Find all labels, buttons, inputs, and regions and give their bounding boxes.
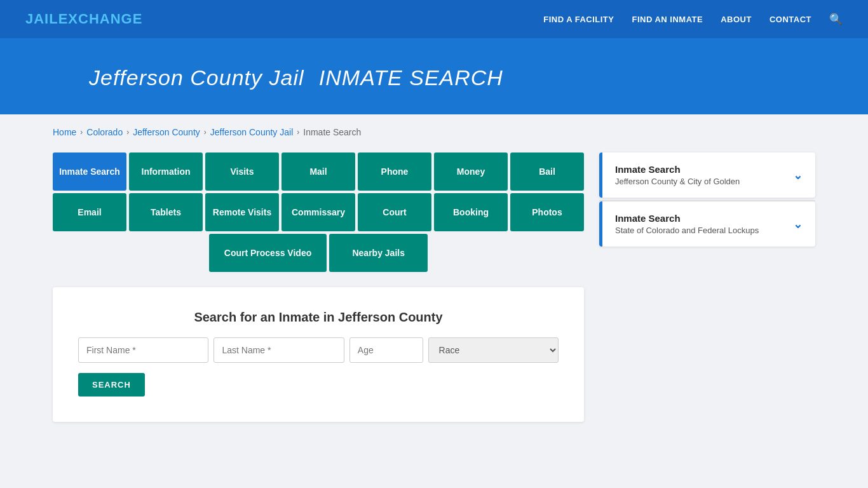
chevron-down-icon-2: ⌄ bbox=[793, 217, 803, 231]
age-input[interactable] bbox=[349, 337, 423, 363]
search-card: Search for an Inmate in Jefferson County… bbox=[53, 287, 584, 422]
nav-btn-information[interactable]: Information bbox=[129, 152, 203, 191]
search-button[interactable]: SEARCH bbox=[78, 373, 145, 396]
nav-btn-booking[interactable]: Booking bbox=[434, 193, 508, 231]
hero-banner: Jefferson County Jail INMATE SEARCH bbox=[0, 38, 868, 114]
search-icon[interactable]: 🔍 bbox=[829, 13, 843, 26]
nav-btn-email[interactable]: Email bbox=[53, 193, 126, 231]
breadcrumb-sep-2: › bbox=[126, 128, 129, 137]
breadcrumb-home[interactable]: Home bbox=[53, 127, 76, 137]
race-select[interactable]: Race White Black Hispanic Asian Native A… bbox=[428, 337, 559, 363]
header: JAILEXCHANGE FIND A FACILITY FIND AN INM… bbox=[0, 0, 868, 38]
breadcrumb-sep-1: › bbox=[80, 128, 83, 137]
page-title-sub: INMATE SEARCH bbox=[319, 65, 503, 90]
sidebar-item-subtitle-1: Jefferson County & City of Golden bbox=[615, 177, 740, 186]
breadcrumb-sep-4: › bbox=[297, 128, 299, 137]
last-name-input[interactable] bbox=[214, 337, 344, 363]
sidebar-item-title-1: Inmate Search bbox=[615, 164, 740, 175]
left-column: Inmate Search Information Visits Mail Ph… bbox=[53, 152, 584, 422]
main-nav: FIND A FACILITY FIND AN INMATE ABOUT CON… bbox=[543, 13, 843, 26]
breadcrumb-current: Inmate Search bbox=[303, 127, 361, 137]
nav-btn-remote-visits[interactable]: Remote Visits bbox=[205, 193, 279, 231]
nav-btn-tablets[interactable]: Tablets bbox=[129, 193, 203, 231]
sidebar-item-jefferson[interactable]: Inmate Search Jefferson County & City of… bbox=[599, 152, 815, 198]
nav-buttons: Inmate Search Information Visits Mail Ph… bbox=[53, 152, 584, 272]
breadcrumb-jefferson-county[interactable]: Jefferson County bbox=[133, 127, 200, 137]
nav-btn-photos[interactable]: Photos bbox=[510, 193, 584, 231]
sidebar-card-1: Inmate Search Jefferson County & City of… bbox=[599, 152, 815, 198]
nav-btn-nearby-jails[interactable]: Nearby Jails bbox=[329, 234, 428, 272]
logo: JAILEXCHANGE bbox=[25, 11, 142, 27]
sidebar-card-2: Inmate Search State of Colorado and Fede… bbox=[599, 201, 815, 247]
nav-about[interactable]: ABOUT bbox=[721, 15, 752, 24]
nav-btn-commissary[interactable]: Commissary bbox=[281, 193, 355, 231]
sidebar-item-colorado[interactable]: Inmate Search State of Colorado and Fede… bbox=[599, 201, 815, 247]
search-fields: Race White Black Hispanic Asian Native A… bbox=[78, 337, 559, 363]
logo-exchange: EXCHANGE bbox=[58, 11, 143, 27]
chevron-down-icon-1: ⌄ bbox=[793, 168, 803, 182]
breadcrumb-colorado[interactable]: Colorado bbox=[86, 127, 123, 137]
nav-btn-court[interactable]: Court bbox=[358, 193, 431, 231]
breadcrumb-jefferson-county-jail[interactable]: Jefferson County Jail bbox=[210, 127, 293, 137]
nav-row-3: Court Process Video Nearby Jails bbox=[53, 234, 584, 272]
right-column: Inmate Search Jefferson County & City of… bbox=[599, 152, 815, 249]
page-title: Jefferson County Jail INMATE SEARCH bbox=[89, 61, 843, 92]
nav-row-2: Email Tablets Remote Visits Commissary C… bbox=[53, 193, 584, 231]
nav-contact[interactable]: CONTACT bbox=[770, 15, 811, 24]
breadcrumb: Home › Colorado › Jefferson County › Jef… bbox=[53, 127, 815, 137]
nav-find-facility[interactable]: FIND A FACILITY bbox=[543, 15, 614, 24]
breadcrumb-sep-3: › bbox=[204, 128, 207, 137]
nav-btn-mail[interactable]: Mail bbox=[281, 152, 355, 191]
nav-find-inmate[interactable]: FIND AN INMATE bbox=[632, 15, 703, 24]
first-name-input[interactable] bbox=[78, 337, 208, 363]
sidebar-item-title-2: Inmate Search bbox=[615, 213, 759, 224]
nav-btn-inmate-search[interactable]: Inmate Search bbox=[53, 152, 126, 191]
nav-btn-bail[interactable]: Bail bbox=[510, 152, 584, 191]
nav-btn-phone[interactable]: Phone bbox=[358, 152, 431, 191]
nav-row-1: Inmate Search Information Visits Mail Ph… bbox=[53, 152, 584, 191]
nav-btn-visits[interactable]: Visits bbox=[205, 152, 279, 191]
search-card-title: Search for an Inmate in Jefferson County bbox=[78, 310, 559, 325]
nav-btn-court-process-video[interactable]: Court Process Video bbox=[209, 234, 327, 272]
page-title-main: Jefferson County Jail bbox=[89, 65, 304, 90]
nav-btn-money[interactable]: Money bbox=[434, 152, 508, 191]
sidebar-item-subtitle-2: State of Colorado and Federal Lockups bbox=[615, 226, 759, 235]
logo-jail: JAIL bbox=[25, 11, 58, 27]
